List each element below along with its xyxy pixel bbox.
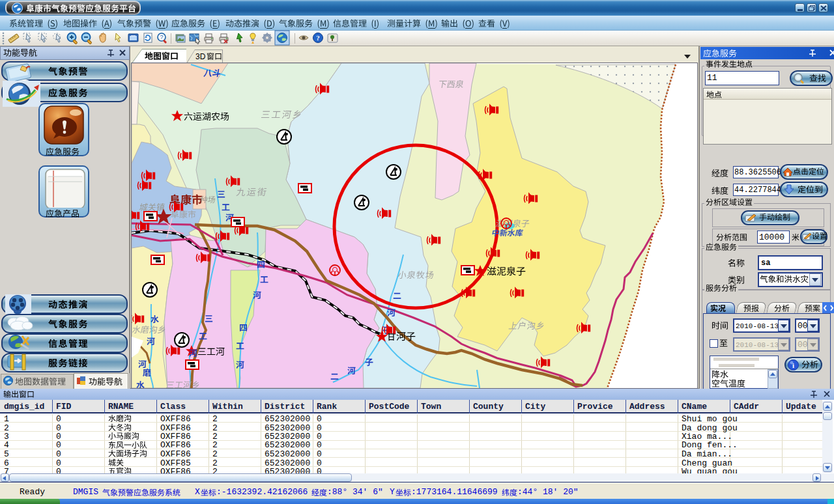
svg-text:i: i [792,361,794,369]
svg-text:?: ? [160,34,163,40]
svg-text:?: ? [316,34,320,42]
svg-text:3D: 3D [195,52,206,61]
